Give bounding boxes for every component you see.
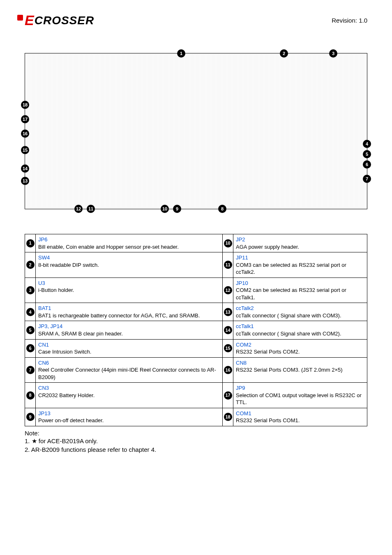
legend-table: 1JP6Bill enable, Coin enable and Hopper …: [25, 234, 367, 426]
legend-id: CN1: [38, 342, 49, 348]
legend-id: SW4: [38, 254, 50, 261]
legend-row: 9JP13Power on-off detect header.18COM1RS…: [25, 408, 367, 426]
legend-num-cell: 12: [223, 278, 233, 303]
legend-num-cell: 7: [25, 357, 36, 383]
legend-id: COM1: [236, 410, 251, 416]
legend-num-cell: 13: [223, 303, 233, 321]
diagram-callout: 8: [218, 205, 226, 213]
diagram-callout: 17: [21, 115, 29, 123]
legend-desc-cell: SW48-bit readable DIP switch.: [36, 252, 223, 278]
diagram-callout: 16: [21, 130, 29, 138]
legend-callout-badge: 13: [224, 308, 232, 316]
legend-num-cell: 17: [223, 383, 233, 408]
legend-id: JP2: [236, 236, 245, 243]
legend-description: AGA power supply header.: [236, 244, 299, 250]
legend-id: JP13: [38, 410, 51, 416]
legend-callout-badge: 10: [224, 239, 232, 247]
revision-text: Revision: 1.0: [332, 17, 367, 24]
legend-description: Bill enable, Coin enable and Hopper sens…: [38, 244, 179, 250]
diagram-callout: 5: [363, 150, 371, 158]
legend-description: CR2032 Battery Holder.: [38, 392, 95, 398]
legend-description: BAT1 is rechargeable battery connector f…: [38, 312, 200, 319]
legend-desc-cell: ccTalk1ccTalk connector ( Signal share w…: [233, 321, 367, 339]
legend-callout-badge: 12: [224, 286, 232, 294]
diagram-callout: 2: [280, 49, 288, 58]
legend-num-cell: 18: [223, 408, 233, 426]
legend-desc-cell: JP11COM3 can be selected as RS232 serial…: [233, 252, 367, 278]
legend-callout-badge: 4: [26, 308, 35, 316]
legend-description: RS232 Serial Ports COM1.: [236, 417, 300, 423]
legend-id: JP11: [236, 254, 248, 261]
diagram-callout: 9: [173, 205, 181, 213]
legend-id: ccTalk2: [236, 305, 254, 311]
logo: ECROSSER: [25, 12, 94, 28]
legend-desc-cell: CN6Reel Controller Connector (44pin mini…: [36, 357, 223, 383]
legend-id: ccTalk1: [236, 323, 254, 329]
legend-desc-cell: CN1Case Intrusion Switch.: [36, 339, 223, 357]
legend-id: BAT1: [38, 305, 51, 311]
legend-row: 7CN6Reel Controller Connector (44pin min…: [25, 357, 367, 383]
legend-num-cell: 4: [25, 303, 36, 321]
legend-callout-badge: 5: [26, 326, 35, 334]
legend-id: JP9: [236, 385, 245, 391]
legend-description: COM2 can be selected as RS232 serial por…: [236, 287, 346, 301]
legend-description: ccTalk connector ( Signal share with COM…: [236, 331, 341, 337]
legend-callout-badge: 6: [26, 344, 35, 352]
legend-num-cell: 1: [25, 234, 36, 252]
legend-description: Case Intrusion Switch.: [38, 349, 91, 355]
legend-desc-cell: JP2AGA power supply header.: [233, 234, 367, 252]
legend-callout-badge: 8: [26, 391, 35, 400]
legend-num-cell: 10: [223, 234, 233, 252]
diagram-callout: 13: [21, 177, 29, 185]
legend-description: ccTalk connector ( Signal share with COM…: [236, 312, 341, 319]
legend-desc-cell: U3i-Button holder.: [36, 278, 223, 303]
note-line-1-rest: for ACE-B2019A only.: [37, 437, 98, 444]
legend-row: 4BAT1BAT1 is rechargeable battery connec…: [25, 303, 367, 321]
legend-callout-badge: 2: [26, 261, 35, 269]
logo-letter-e: E: [25, 12, 35, 28]
legend-callout-badge: 3: [26, 286, 35, 294]
legend-id: JP10: [236, 280, 248, 286]
diagram-callout: 3: [329, 49, 337, 58]
legend-desc-cell: CN8RS232 Serial Ports COM3. (JST 2.0mm 2…: [233, 357, 367, 383]
diagram-callout: 11: [87, 205, 95, 213]
legend-desc-cell: JP13Power on-off detect header.: [36, 408, 223, 426]
logo-rest: CROSSER: [35, 14, 94, 27]
legend-desc-cell: COM2RS232 Serial Ports COM2.: [233, 339, 367, 357]
legend-row: 1JP6Bill enable, Coin enable and Hopper …: [25, 234, 367, 252]
legend-desc-cell: JP9Selection of COM1 output voltage leve…: [233, 383, 367, 408]
note-line-1-prefix: 1.: [25, 437, 32, 444]
legend-description: SRAM A, SRAM B clear pin header.: [38, 331, 123, 337]
legend-description: RS232 Serial Ports COM3. (JST 2.0mm 2×5): [236, 367, 343, 373]
legend-callout-badge: 14: [224, 326, 232, 334]
legend-num-cell: 6: [25, 339, 36, 357]
legend-id: CN8: [236, 360, 247, 366]
diagram-callout: 10: [161, 205, 169, 213]
diagram-callout: 14: [21, 164, 29, 173]
board-layout-diagram: 1 2 3 4 5 6 7 8 9 10 11 12 13 14 15 16 1…: [25, 53, 367, 209]
legend-desc-cell: ccTalk2ccTalk connector ( Signal share w…: [233, 303, 367, 321]
diagram-callout: 1: [177, 49, 185, 58]
legend-desc-cell: COM1RS232 Serial Ports COM1.: [233, 408, 367, 426]
legend-num-cell: 16: [223, 357, 233, 383]
legend-description: 8-bit readable DIP switch.: [38, 262, 99, 268]
legend-description: COM3 can be selected as RS232 serial por…: [236, 262, 346, 275]
legend-id: U3: [38, 280, 45, 286]
legend-num-cell: 3: [25, 278, 36, 303]
legend-description: i-Button holder.: [38, 287, 74, 293]
legend-callout-badge: 11: [224, 261, 232, 269]
legend-row: 3U3i-Button holder.12JP10COM2 can be sel…: [25, 278, 367, 303]
legend-callout-badge: 7: [26, 366, 35, 374]
diagram-callout: 6: [363, 160, 371, 169]
diagram-callout: 4: [363, 140, 371, 148]
note-heading: Note:: [25, 430, 367, 437]
legend-desc-cell: JP6Bill enable, Coin enable and Hopper s…: [36, 234, 223, 252]
note-line-2: 2. AR-B2009 functions please refer to ch…: [25, 445, 367, 454]
legend-row: 2SW48-bit readable DIP switch.11JP11COM3…: [25, 252, 367, 278]
legend-description: Power on-off detect header.: [38, 417, 104, 423]
legend-callout-badge: 17: [224, 391, 232, 400]
legend-num-cell: 5: [25, 321, 36, 339]
legend-num-cell: 14: [223, 321, 233, 339]
diagram-callout: 7: [363, 175, 371, 183]
legend-callout-badge: 16: [224, 366, 232, 374]
